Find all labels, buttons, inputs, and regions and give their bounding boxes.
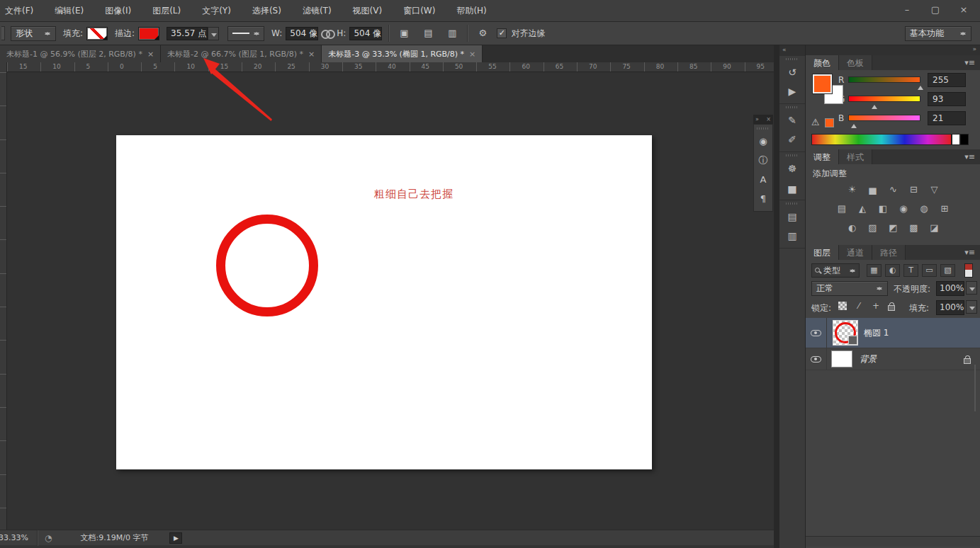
workspace-switcher[interactable]: 基本功能: [905, 26, 971, 41]
filter-type-layers-icon[interactable]: T: [903, 264, 918, 277]
menu-item[interactable]: 选择(S): [242, 5, 292, 17]
channel-value-field[interactable]: 21: [928, 111, 966, 125]
panel-menu-icon[interactable]: ▾≡: [964, 58, 975, 67]
channel-value-field[interactable]: 93: [928, 92, 966, 106]
dock-separator[interactable]: [774, 45, 779, 548]
stroke-type-dropdown[interactable]: [227, 26, 264, 41]
document-tab[interactable]: 未标题-2 @ 66.7% (图层 1, RGB/8) *×: [161, 45, 322, 62]
drag-grip[interactable]: [786, 202, 799, 205]
layer-visibility-cell[interactable]: [806, 318, 827, 348]
menu-item[interactable]: 窗口(W): [393, 5, 446, 17]
drag-grip[interactable]: [786, 154, 799, 156]
layer-thumbnail[interactable]: [831, 350, 852, 367]
actions-panel-icon[interactable]: ▶: [779, 81, 805, 101]
drag-grip[interactable]: [786, 58, 799, 60]
layers-panel-tab[interactable]: 路径: [872, 245, 906, 260]
black-swatch[interactable]: [960, 134, 969, 145]
drag-grip[interactable]: [757, 127, 770, 130]
maximize-button[interactable]: ▢: [926, 3, 945, 16]
closest-web-color-swatch[interactable]: [825, 118, 834, 127]
panel-menu-icon[interactable]: ▾≡: [964, 152, 975, 161]
layer-filtering-toggle[interactable]: [964, 263, 973, 278]
menu-item[interactable]: 图层(L): [142, 5, 191, 17]
filter-smart-objects-icon[interactable]: ▧: [940, 264, 955, 277]
layer-row[interactable]: 椭圆 1: [806, 318, 980, 348]
posterize-icon[interactable]: ▨: [866, 222, 880, 234]
document-tab[interactable]: 未标题-1 @ 56.9% (图层 2, RGB/8) *×: [0, 45, 161, 62]
color-lookup-icon[interactable]: ⊞: [937, 202, 952, 215]
menu-item[interactable]: 帮助(H): [446, 5, 497, 17]
fill-color-swatch[interactable]: [86, 27, 108, 40]
paragraph-panel-icon[interactable]: ¶: [754, 189, 772, 208]
channel-slider[interactable]: [848, 115, 920, 121]
channel-value-field[interactable]: 255: [928, 73, 966, 87]
menu-item[interactable]: 文字(Y): [191, 5, 242, 17]
white-swatch[interactable]: [952, 134, 960, 145]
path-alignment-icon[interactable]: ▤: [419, 26, 437, 40]
channel-slider[interactable]: [848, 96, 920, 102]
curves-icon[interactable]: ∿: [886, 183, 901, 195]
ellipse-shape[interactable]: [216, 215, 318, 316]
menu-item[interactable]: 文件(F): [0, 5, 44, 17]
black-white-icon[interactable]: ◧: [876, 202, 890, 215]
layers-panel-tab[interactable]: 图层: [806, 245, 839, 260]
adjustments-panel-tab[interactable]: 样式: [839, 149, 872, 164]
collapse-panels-icon[interactable]: »: [806, 45, 980, 55]
layer-thumbnail[interactable]: [833, 320, 858, 346]
selective-color-icon[interactable]: ◪: [928, 222, 942, 234]
scrollbar[interactable]: [974, 365, 976, 411]
stroke-width-dropdown-button[interactable]: [208, 27, 219, 40]
align-edges-checkbox[interactable]: ✓: [497, 28, 507, 38]
navigator-panel-icon[interactable]: ☸: [779, 159, 805, 178]
lock-position-icon[interactable]: +: [871, 301, 881, 311]
histogram-panel-icon[interactable]: ▅: [779, 178, 805, 197]
channel-slider-handle[interactable]: [851, 121, 857, 128]
tool-preset-icon[interactable]: [1, 26, 5, 40]
zoom-level-field[interactable]: 33.33%: [0, 533, 33, 542]
eye-icon[interactable]: [811, 330, 821, 336]
shape-width-field[interactable]: 504 像素: [286, 27, 318, 40]
history-panel-icon[interactable]: ↺: [779, 62, 805, 81]
adjustments-panel-tab[interactable]: 调整: [806, 149, 839, 164]
layer-visibility-cell[interactable]: [806, 348, 827, 370]
info-panel-icon[interactable]: ⓘ: [754, 151, 772, 170]
exposure-icon[interactable]: ⊟: [907, 183, 921, 195]
tab-close-icon[interactable]: ×: [308, 50, 315, 59]
tool-mode-dropdown[interactable]: 形状: [11, 26, 56, 41]
tab-close-icon[interactable]: ×: [147, 50, 154, 59]
color-spectrum-ramp[interactable]: [811, 134, 952, 145]
invert-icon[interactable]: ◐: [845, 222, 860, 234]
document-tab[interactable]: 未标题-3 @ 33.3% (椭圆 1, RGB/8) *×: [322, 45, 483, 62]
hue-saturation-icon[interactable]: ▤: [835, 202, 849, 215]
levels-icon[interactable]: ▅: [866, 183, 880, 195]
stroke-width-field[interactable]: 35.57 点: [167, 27, 208, 40]
blend-mode-dropdown[interactable]: 正常: [811, 281, 888, 296]
vibrance-icon[interactable]: ▽: [928, 183, 942, 195]
status-options-button[interactable]: ▶: [169, 532, 182, 544]
stroke-color-swatch[interactable]: [138, 27, 159, 40]
filter-pixel-layers-icon[interactable]: ▦: [867, 264, 882, 277]
color-panel-tab[interactable]: 色板: [839, 55, 872, 70]
eye-icon[interactable]: [811, 356, 821, 363]
gamut-warning-icon[interactable]: ⚠: [811, 117, 820, 127]
close-icon[interactable]: ×: [766, 116, 771, 122]
lock-image-pixels-icon[interactable]: ⁄: [854, 301, 864, 311]
opacity-field[interactable]: 100%: [936, 281, 964, 296]
fill-dropdown-button[interactable]: [966, 300, 977, 314]
path-operations-icon[interactable]: ▣: [395, 26, 412, 40]
panel-menu-icon[interactable]: ▾≡: [964, 248, 975, 257]
drag-grip[interactable]: [786, 106, 799, 108]
opacity-dropdown-button[interactable]: [966, 281, 977, 295]
photo-filter-icon[interactable]: ◉: [896, 202, 911, 215]
expand-panels-icon[interactable]: »: [755, 116, 759, 122]
layer-filter-type-dropdown[interactable]: 类型: [811, 263, 860, 278]
shape-height-field[interactable]: 504 像素: [349, 27, 382, 40]
layer-row[interactable]: 背景: [806, 348, 980, 370]
gear-icon[interactable]: ⚙: [474, 26, 491, 40]
color-balance-icon[interactable]: ◭: [855, 202, 869, 215]
color-panel-tab[interactable]: 颜色: [806, 55, 839, 70]
channel-slider[interactable]: [848, 76, 920, 83]
channel-slider-handle[interactable]: [918, 83, 923, 90]
threshold-icon[interactable]: ◩: [886, 222, 901, 234]
channel-slider-handle[interactable]: [872, 102, 877, 109]
